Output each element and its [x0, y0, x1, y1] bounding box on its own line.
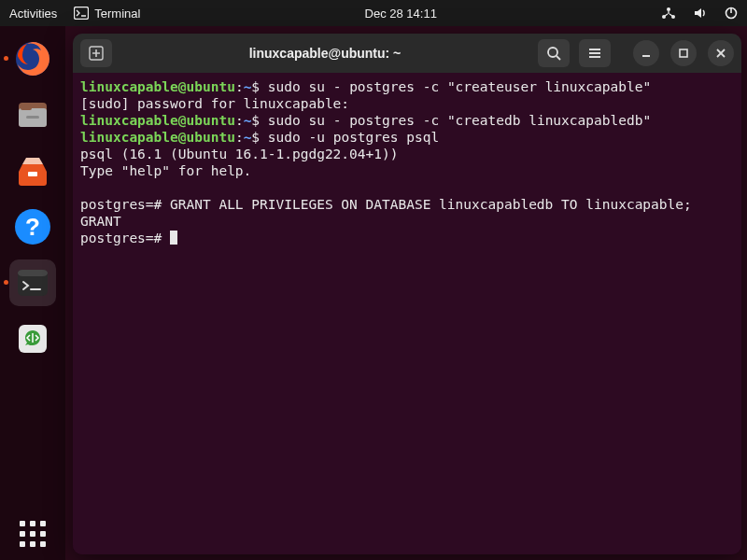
activities-label: Activities [9, 7, 57, 21]
new-tab-icon [89, 46, 104, 61]
software-icon [13, 151, 52, 190]
minimize-icon [641, 48, 652, 59]
power-icon [725, 7, 738, 20]
new-tab-button[interactable] [80, 39, 112, 67]
search-button[interactable] [538, 39, 570, 67]
maximize-button[interactable] [670, 40, 697, 66]
maximize-icon [678, 48, 689, 59]
cmd3: sudo -u postgres psql [268, 130, 439, 145]
cmd1: sudo su - postgres -c "createuser linuxc… [268, 79, 651, 94]
cmd2: sudo su - postgres -c "createdb linuxcap… [268, 113, 651, 128]
clock[interactable]: Dec 28 14:11 [140, 7, 661, 21]
clock-label: Dec 28 14:11 [365, 7, 437, 21]
prompt-sigil: $ [251, 113, 267, 128]
sudo-pw-line: [sudo] password for linuxcapable: [80, 96, 349, 111]
dock-files[interactable] [9, 91, 56, 138]
running-indicator [4, 56, 8, 61]
volume-icon [693, 7, 708, 20]
close-icon [715, 48, 726, 59]
titlebar: linuxcapable@ubuntu: ~ [73, 34, 741, 73]
apps-grid-icon [20, 521, 46, 547]
grant-ok: GRANT [80, 214, 121, 229]
trash-icon [13, 319, 52, 358]
show-applications[interactable] [0, 521, 65, 547]
network-icon [661, 7, 676, 20]
svg-rect-24 [680, 49, 687, 57]
dock-trash[interactable] [9, 315, 56, 362]
help-icon: ? [13, 207, 52, 246]
svg-rect-9 [21, 105, 32, 110]
minimize-button[interactable] [633, 40, 659, 66]
running-indicator [4, 280, 8, 285]
svg-rect-0 [75, 7, 89, 20]
psql-prompt: postgres=# [80, 197, 170, 212]
dock-software[interactable] [9, 147, 56, 194]
psql-version: psql (16.1 (Ubuntu 16.1-1.pgdg22.04+1)) [80, 147, 398, 161]
search-icon [546, 46, 561, 61]
prompt-at: @ [178, 79, 187, 94]
terminal-window: linuxcapable@ubuntu: ~ linuxcapable@u [73, 34, 741, 554]
psql-prompt: postgres=# [80, 231, 170, 245]
svg-text:?: ? [25, 213, 40, 241]
prompt-colon: : [235, 79, 244, 94]
terminal-body[interactable]: linuxcapable@ubuntu:~$ sudo su - postgre… [73, 73, 741, 554]
terminal-app-icon [13, 263, 52, 302]
prompt-colon: : [235, 113, 244, 128]
dock: ? [0, 26, 65, 560]
prompt-user: linuxcapable [80, 130, 178, 145]
svg-rect-11 [28, 172, 37, 176]
close-button[interactable] [708, 40, 734, 66]
prompt-at: @ [178, 130, 187, 145]
dock-help[interactable]: ? [9, 203, 56, 250]
prompt-host: ubuntu [187, 130, 235, 145]
prompt-sigil: $ [251, 79, 267, 94]
files-icon [13, 95, 52, 134]
window-title: linuxcapable@ubuntu: ~ [120, 46, 530, 61]
prompt-at: @ [178, 113, 187, 128]
app-menu[interactable]: Terminal [74, 7, 140, 21]
dock-terminal[interactable] [9, 259, 56, 306]
hamburger-icon [587, 47, 602, 60]
prompt-user: linuxcapable [80, 79, 178, 94]
system-tray[interactable] [661, 7, 738, 20]
prompt-sigil: $ [251, 130, 267, 145]
prompt-host: ubuntu [187, 113, 235, 128]
firefox-icon [13, 39, 52, 78]
terminal-cursor [170, 231, 177, 245]
svg-line-19 [557, 56, 560, 60]
psql-help: Type "help" for help. [80, 163, 251, 178]
grant-stmt: GRANT ALL PRIVILEGES ON DATABASE linuxca… [170, 197, 692, 212]
menu-button[interactable] [579, 39, 611, 67]
svg-rect-10 [26, 116, 39, 119]
svg-point-1 [667, 7, 670, 11]
gnome-topbar: Activities Terminal Dec 28 14:11 [0, 0, 747, 26]
activities-button[interactable]: Activities [9, 7, 57, 21]
prompt-host: ubuntu [187, 79, 235, 94]
prompt-colon: : [235, 130, 244, 145]
svg-point-18 [548, 48, 557, 57]
app-menu-label: Terminal [94, 7, 140, 21]
svg-rect-15 [18, 270, 48, 276]
prompt-user: linuxcapable [80, 113, 178, 128]
dock-firefox[interactable] [9, 35, 56, 82]
terminal-icon [74, 7, 89, 20]
